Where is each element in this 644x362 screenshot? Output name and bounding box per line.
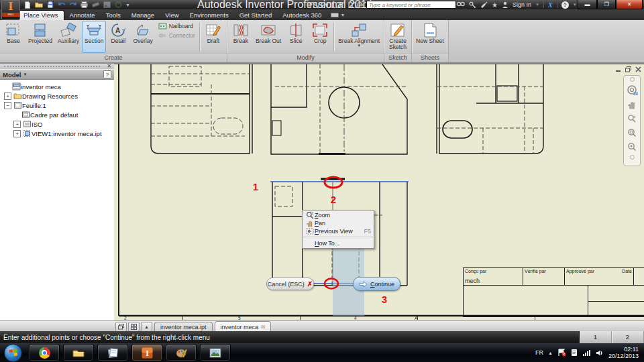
qat-update-button[interactable] [114,1,123,9]
tab-annotate[interactable]: Annotate [64,10,101,20]
key-icon[interactable] [469,1,476,9]
taskbar-app-chrome[interactable] [29,344,60,361]
base-button[interactable]: Base [1,21,25,53]
tree-expander-icon[interactable]: − [4,102,11,109]
tree-expander-icon[interactable]: + [13,121,21,128]
qat-image-button[interactable] [103,1,111,9]
tree-expander-icon[interactable]: + [4,93,11,100]
new-sheet-button[interactable]: New Sheet [413,21,447,53]
maximize-button[interactable]: ❐ [597,0,616,9]
qat-print-button[interactable] [80,1,89,9]
qat-measure-button[interactable] [91,1,100,9]
drawing-canvas[interactable]: 1 2 3 254A 2D ± [114,64,644,321]
tree-item-cadre-par-d-faut[interactable]: Cadre par défaut [1,110,114,119]
zoom-window-icon[interactable] [626,127,638,138]
zoom-icon[interactable]: ± [626,113,638,124]
search-icon[interactable] [456,1,465,8]
satellite-icon[interactable] [480,1,488,9]
tab-view[interactable]: View [160,10,184,20]
sign-in-caret-icon[interactable]: ▼ [535,3,539,7]
qat-customize-icon[interactable]: ▼ [125,3,130,7]
taskbar-app-paint[interactable] [166,344,197,361]
qat-open-button[interactable] [34,1,43,9]
menu-item-pan[interactable]: Pan [303,219,373,227]
expand-tabs-icon[interactable]: ▲ [141,322,152,332]
tree-expander-icon[interactable]: + [13,130,21,137]
qat-save-button[interactable] [46,1,54,9]
pan-icon[interactable] [626,99,638,110]
action-center-icon[interactable] [557,349,566,357]
menu-item-previous-view[interactable]: Previous ViewF5 [303,227,373,235]
section-button[interactable]: Section [82,21,106,53]
close-button[interactable]: ✕ [616,0,643,9]
doc-restore-icon[interactable] [625,66,631,72]
tree-item-inventor-meca[interactable]: inventor meca [1,82,114,91]
start-button[interactable] [4,344,22,362]
taskbar-app-inventor[interactable]: I [131,344,162,361]
tree-item-iso[interactable]: +ISO [1,119,114,129]
break-out-button[interactable]: Break Out [253,21,284,53]
navbar-handle-icon[interactable] [630,77,635,82]
auxiliary-button[interactable]: Auxiliary [55,21,82,53]
steering-wheel-icon[interactable]: 2D [626,84,638,96]
detail-button[interactable]: ADetail [106,21,130,53]
qat-redo-button[interactable] [68,1,77,9]
browser-help-icon[interactable]: ? [103,70,111,78]
doc-tab-inventor-meca-ipt[interactable]: inventor meca.ipt [154,322,213,332]
language-indicator[interactable]: FR [535,349,543,356]
tile-windows-icon[interactable] [128,322,140,332]
crop-button[interactable]: Crop [308,21,332,53]
menu-item-how-to-[interactable]: How To... [303,237,373,247]
doc-minimize-icon[interactable] [616,67,621,72]
draft-button[interactable]: Draft [201,21,225,53]
tree-item-drawing-resources[interactable]: +Drawing Resources [1,91,114,101]
nailboard-button[interactable]: Nailboard [158,22,195,30]
volume-icon[interactable] [596,349,604,357]
windows-update-icon[interactable] [571,349,578,357]
qat-new-button[interactable] [23,1,32,9]
break-alignment-button[interactable]: Break Alignment▼ [335,21,382,53]
navbar-menu-icon[interactable] [630,155,635,160]
inventor-app-icon[interactable]: I PRO [1,0,20,20]
projected-button[interactable]: Projected [25,21,55,53]
tab-close-icon[interactable]: ☒ [261,324,265,330]
overlay-button[interactable]: Overlay [130,21,155,53]
menu-item-zoom[interactable]: ±Zoom [303,211,373,219]
ribbon-display-toggle[interactable]: ▼ [331,10,345,20]
sign-in-link[interactable]: Sign In [513,1,531,8]
taskbar-app-notes[interactable] [97,344,128,361]
doc-close-icon[interactable] [635,66,641,72]
exchange-apps-icon[interactable]: X [548,1,553,9]
taskbar-app-explorer[interactable] [63,344,94,361]
cancel-button[interactable]: Cancel (ESC) ✗ [266,278,314,290]
network-icon[interactable] [583,349,591,357]
minimize-button[interactable]: ▬ [578,0,597,9]
user-icon[interactable] [502,1,508,9]
hidden-icons-arrow[interactable]: ▲ [548,351,553,355]
search-input[interactable] [366,1,456,9]
create-sketch-button[interactable]: CreateSketch [386,21,410,53]
tree-item-feuille-1[interactable]: −Feuille:1 [1,101,114,110]
browser-caret-icon[interactable]: ▼ [23,72,27,76]
tab-tools[interactable]: Tools [101,10,126,20]
zoom-selected-icon[interactable] [626,141,638,152]
help-caret-icon[interactable]: ▼ [573,3,577,7]
favorites-star-icon[interactable]: ★ [492,1,498,9]
break-button[interactable]: Break [229,21,253,53]
panel-close-icon[interactable]: ✕ [104,64,114,69]
clock[interactable]: 02:11 20/12/2013 [608,346,639,359]
cascade-windows-icon[interactable] [115,322,127,332]
panel-grip[interactable]: ✕ [0,64,114,69]
tree-item-view1-inventor-meca-ipt[interactable]: +VIEW1:inventor meca.ipt [1,129,114,138]
slice-button[interactable]: Slice [284,21,308,53]
taskbar-app-photos[interactable] [200,344,231,361]
tab-manage[interactable]: Manage [126,10,160,20]
tab-autodesk-360[interactable]: Autodesk 360 [277,10,327,20]
tab-environments[interactable]: Environments [184,10,234,20]
tab-place-views[interactable]: Place Views [17,10,64,20]
doc-tab-inventor-meca[interactable]: inventor meca☒ [215,321,272,332]
qat-undo-button[interactable] [57,1,66,9]
continue-button[interactable]: Continue [353,277,400,291]
help-icon[interactable]: ? [561,1,569,9]
tab-get-started[interactable]: Get Started [234,10,278,20]
